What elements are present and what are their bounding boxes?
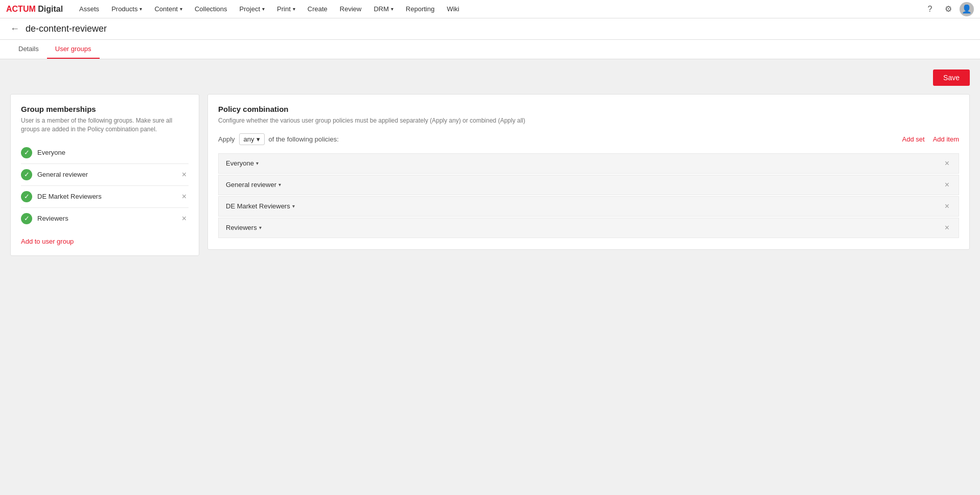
policy-combination-card: Policy combination Configure whether the… — [207, 94, 970, 250]
group-name: General reviewer — [37, 171, 88, 178]
brand-logo[interactable]: ACTUM Digital — [6, 5, 63, 14]
group-list: ✓Everyone✓General reviewer×✓DE Market Re… — [21, 142, 189, 229]
policy-name-label: Everyone — [226, 159, 254, 167]
any-select[interactable]: any ▾ — [239, 133, 265, 145]
nav-caret: ▾ — [180, 6, 182, 12]
group-item: ✓General reviewer× — [21, 163, 189, 185]
tab-user-groups[interactable]: User groups — [47, 40, 100, 59]
policy-controls: Apply any ▾ of the following policies: — [218, 133, 339, 145]
group-item-left: ✓DE Market Reviewers — [21, 191, 102, 202]
nav-caret: ▾ — [139, 6, 142, 12]
tab-details[interactable]: Details — [10, 40, 47, 59]
nav-item-collections[interactable]: Collections — [189, 0, 234, 18]
check-icon: ✓ — [21, 169, 32, 180]
remove-group-button[interactable]: × — [180, 215, 189, 223]
nav-item-print[interactable]: Print▾ — [271, 0, 301, 18]
help-icon[interactable]: ? — [923, 2, 937, 16]
policy-name-label: General reviewer — [226, 181, 276, 188]
remove-group-button[interactable]: × — [180, 171, 189, 179]
policy-combination-desc: Configure whether the various user group… — [218, 116, 959, 125]
group-name: DE Market Reviewers — [37, 193, 102, 200]
nav-item-assets[interactable]: Assets — [73, 0, 105, 18]
policy-combination-title: Policy combination — [218, 105, 959, 113]
policy-items-list: Everyone▾×General reviewer▾×DE Market Re… — [218, 153, 959, 239]
page-title: de-content-reviewer — [26, 23, 107, 34]
group-item-left: ✓Reviewers — [21, 213, 68, 224]
policy-dropdown-caret: ▾ — [292, 203, 295, 209]
nav-caret: ▾ — [293, 6, 295, 12]
policy-dropdown-caret: ▾ — [278, 182, 281, 187]
nav-item-content[interactable]: Content▾ — [148, 0, 189, 18]
sub-header: ← de-content-reviewer — [0, 18, 980, 40]
check-icon: ✓ — [21, 147, 32, 158]
nav-caret: ▾ — [262, 6, 265, 12]
nav-item-project[interactable]: Project▾ — [234, 0, 271, 18]
policy-actions: Add set Add item — [902, 135, 959, 143]
policy-item: DE Market Reviewers▾× — [218, 196, 959, 217]
nav-caret: ▾ — [391, 6, 393, 12]
group-item-left: ✓General reviewer — [21, 169, 88, 180]
group-memberships-card: Group memberships User is a member of th… — [10, 94, 199, 256]
policy-item: Everyone▾× — [218, 153, 959, 174]
group-item: ✓Reviewers× — [21, 207, 189, 229]
save-bar: Save — [10, 69, 970, 86]
add-to-user-group-link[interactable]: Add to user group — [21, 238, 74, 245]
group-item: ✓DE Market Reviewers× — [21, 185, 189, 207]
group-memberships-desc: User is a member of the following groups… — [21, 116, 189, 134]
brand-actum: ACTUM — [6, 5, 36, 13]
group-name: Reviewers — [37, 215, 68, 222]
remove-policy-button[interactable]: × — [943, 180, 951, 190]
policy-dropdown-caret: ▾ — [256, 160, 259, 166]
policy-item-name[interactable]: Everyone▾ — [226, 159, 259, 167]
add-set-link[interactable]: Add set — [902, 135, 925, 143]
apply-label: Apply — [218, 135, 235, 143]
nav-items: AssetsProducts▾Content▾CollectionsProjec… — [73, 0, 923, 18]
settings-icon[interactable]: ⚙ — [941, 2, 955, 16]
group-name: Everyone — [37, 149, 65, 156]
add-item-link[interactable]: Add item — [933, 135, 959, 143]
remove-group-button[interactable]: × — [180, 193, 189, 201]
policy-dropdown-caret: ▾ — [259, 225, 262, 230]
policy-name-label: DE Market Reviewers — [226, 202, 290, 210]
nav-item-create[interactable]: Create — [301, 0, 334, 18]
remove-policy-button[interactable]: × — [943, 202, 951, 211]
remove-policy-button[interactable]: × — [943, 223, 951, 232]
back-button[interactable]: ← — [10, 23, 19, 34]
main-content: Save Group memberships User is a member … — [0, 59, 980, 492]
group-memberships-title: Group memberships — [21, 105, 189, 113]
policy-item-name[interactable]: General reviewer▾ — [226, 181, 281, 188]
policy-item-name[interactable]: Reviewers▾ — [226, 224, 262, 231]
nav-item-wiki[interactable]: Wiki — [440, 0, 465, 18]
policy-header: Apply any ▾ of the following policies: A… — [218, 133, 959, 145]
policy-name-label: Reviewers — [226, 224, 257, 231]
any-select-caret: ▾ — [256, 135, 260, 143]
nav-item-reporting[interactable]: Reporting — [400, 0, 440, 18]
top-nav: ACTUM Digital AssetsProducts▾Content▾Col… — [0, 0, 980, 18]
group-item-left: ✓Everyone — [21, 147, 65, 158]
check-icon: ✓ — [21, 191, 32, 202]
brand-digital: Digital — [38, 5, 63, 13]
of-following-label: of the following policies: — [269, 135, 339, 143]
policy-item-name[interactable]: DE Market Reviewers▾ — [226, 202, 295, 210]
save-button[interactable]: Save — [933, 69, 970, 86]
policy-item: General reviewer▾× — [218, 175, 959, 195]
nav-right: ? ⚙ 👤 — [923, 2, 974, 16]
check-icon: ✓ — [21, 213, 32, 224]
user-avatar[interactable]: 👤 — [960, 2, 974, 16]
nav-item-products[interactable]: Products▾ — [105, 0, 148, 18]
remove-policy-button[interactable]: × — [943, 159, 951, 168]
nav-item-review[interactable]: Review — [334, 0, 368, 18]
policy-item: Reviewers▾× — [218, 218, 959, 238]
any-select-value: any — [244, 135, 254, 143]
group-item: ✓Everyone — [21, 142, 189, 163]
cards-row: Group memberships User is a member of th… — [10, 94, 970, 256]
nav-item-drm[interactable]: DRM▾ — [367, 0, 400, 18]
tabs-bar: DetailsUser groups — [0, 40, 980, 59]
